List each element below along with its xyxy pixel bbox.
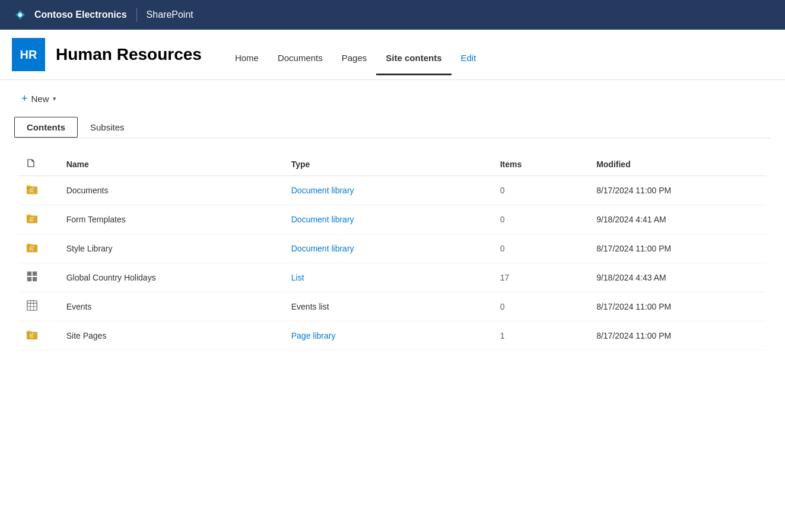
svg-rect-6 xyxy=(29,192,33,192)
tab-contents[interactable]: Contents xyxy=(14,117,78,138)
table-row: Form Templates Document library 0 9/18/2… xyxy=(19,205,766,234)
col-header-modified: Modified xyxy=(589,152,766,176)
row-name[interactable]: Form Templates xyxy=(59,205,284,234)
row-modified: 8/17/2024 11:00 PM xyxy=(589,321,766,351)
topbar-divider xyxy=(136,8,137,22)
svg-rect-15 xyxy=(27,244,31,246)
tabs-row: Contents Subsites xyxy=(14,117,771,138)
table-row: Events Events list 0 8/17/2024 11:00 PM xyxy=(19,292,766,321)
nav-site-contents[interactable]: Site contents xyxy=(376,42,451,75)
table-row: Style Library Document library 0 8/17/20… xyxy=(19,234,766,263)
col-header-name: Name xyxy=(59,152,284,176)
row-name[interactable]: Global Country Holidays xyxy=(59,263,284,292)
row-modified: 8/17/2024 11:00 PM xyxy=(589,176,766,205)
row-items: 0 xyxy=(493,176,589,205)
row-name[interactable]: Events xyxy=(59,292,284,321)
row-items: 1 xyxy=(493,321,589,351)
table-row: Global Country Holidays List 17 9/18/202… xyxy=(19,263,766,292)
new-button-label: New xyxy=(31,94,49,104)
contoso-logo-icon xyxy=(12,7,28,23)
row-type: Document library xyxy=(284,234,493,263)
svg-rect-3 xyxy=(27,186,31,188)
item-type-icon xyxy=(26,270,38,282)
item-type-icon xyxy=(26,241,38,253)
svg-rect-10 xyxy=(29,217,34,218)
site-navigation: Home Documents Pages Site contents Edit xyxy=(225,42,485,75)
row-items: 0 xyxy=(493,292,589,321)
item-type-icon xyxy=(26,329,38,340)
new-plus-icon: + xyxy=(21,93,28,104)
col-header-icon xyxy=(19,152,59,176)
row-items: 0 xyxy=(493,205,589,234)
site-header: HR Human Resources Home Documents Pages … xyxy=(0,30,785,80)
svg-rect-11 xyxy=(29,219,33,219)
svg-rect-17 xyxy=(29,248,33,249)
tabs-section: Contents Subsites xyxy=(0,117,785,138)
row-icon-cell xyxy=(19,205,59,234)
item-type-icon xyxy=(26,300,38,311)
svg-rect-4 xyxy=(29,188,34,189)
svg-rect-9 xyxy=(27,215,31,217)
row-modified: 9/18/2024 4:43 AM xyxy=(589,263,766,292)
row-modified: 8/17/2024 11:00 PM xyxy=(589,292,766,321)
svg-rect-20 xyxy=(33,272,37,276)
svg-rect-18 xyxy=(29,250,33,250)
contents-table: Name Type Items Modified Documents Docum… xyxy=(19,152,766,351)
app-name: SharePoint xyxy=(147,9,193,20)
row-modified: 8/17/2024 11:00 PM xyxy=(589,234,766,263)
nav-pages[interactable]: Pages xyxy=(332,42,377,75)
content-toolbar: + New ▾ xyxy=(0,80,785,117)
col-header-type: Type xyxy=(284,152,493,176)
svg-rect-21 xyxy=(27,277,31,281)
new-button[interactable]: + New ▾ xyxy=(14,90,63,107)
top-navigation-bar: Contoso Electronics SharePoint xyxy=(0,0,785,30)
site-logo: HR xyxy=(12,38,45,71)
svg-rect-5 xyxy=(29,190,33,190)
svg-rect-31 xyxy=(29,333,34,334)
chevron-down-icon: ▾ xyxy=(53,95,56,103)
row-icon-cell xyxy=(19,321,59,351)
nav-home[interactable]: Home xyxy=(225,42,268,75)
svg-rect-19 xyxy=(27,272,31,276)
col-header-items: Items xyxy=(493,152,589,176)
row-type: Document library xyxy=(284,205,493,234)
svg-rect-23 xyxy=(27,301,37,310)
row-name[interactable]: Site Pages xyxy=(59,321,284,351)
company-logo[interactable]: Contoso Electronics xyxy=(12,7,127,23)
item-type-icon xyxy=(26,212,38,224)
row-name[interactable]: Style Library xyxy=(59,234,284,263)
table-row: Documents Document library 0 8/17/2024 1… xyxy=(19,176,766,205)
table-header-row: Name Type Items Modified xyxy=(19,152,766,176)
row-type: Events list xyxy=(284,292,493,321)
site-title: Human Resources xyxy=(56,45,202,64)
file-header-icon xyxy=(26,158,36,168)
row-modified: 9/18/2024 4:41 AM xyxy=(589,205,766,234)
svg-point-0 xyxy=(18,13,22,17)
svg-rect-33 xyxy=(29,337,33,337)
row-name[interactable]: Documents xyxy=(59,176,284,205)
row-items: 17 xyxy=(493,263,589,292)
table-row: Site Pages Page library 1 8/17/2024 11:0… xyxy=(19,321,766,351)
row-icon-cell xyxy=(19,263,59,292)
nav-edit[interactable]: Edit xyxy=(452,42,486,75)
svg-rect-12 xyxy=(29,221,33,221)
row-type: List xyxy=(284,263,493,292)
item-type-icon xyxy=(26,183,38,195)
content-area: Name Type Items Modified Documents Docum… xyxy=(0,138,785,351)
svg-rect-22 xyxy=(33,277,37,281)
svg-rect-32 xyxy=(29,335,33,336)
svg-rect-30 xyxy=(27,331,31,333)
row-type: Page library xyxy=(284,321,493,351)
row-icon-cell xyxy=(19,176,59,205)
tab-subsites[interactable]: Subsites xyxy=(78,117,137,138)
nav-documents[interactable]: Documents xyxy=(268,42,332,75)
svg-rect-16 xyxy=(29,246,34,247)
row-icon-cell xyxy=(19,234,59,263)
row-items: 0 xyxy=(493,234,589,263)
row-icon-cell xyxy=(19,292,59,321)
row-type: Document library xyxy=(284,176,493,205)
